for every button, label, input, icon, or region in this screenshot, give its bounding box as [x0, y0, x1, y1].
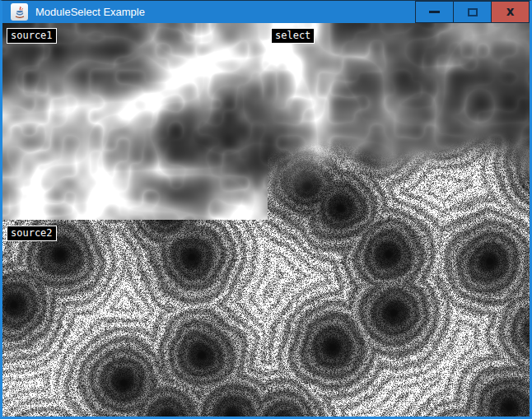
minimize-icon: [429, 11, 440, 13]
window-title: ModuleSelect Example: [35, 6, 145, 18]
maximize-icon: [468, 8, 478, 16]
java-app-icon: [11, 3, 28, 21]
minimize-button[interactable]: [415, 1, 454, 23]
window-controls: x: [416, 1, 530, 23]
title-bar[interactable]: ModuleSelect Example x: [2, 1, 530, 23]
source2-label: source2: [7, 226, 57, 241]
select-label: select: [271, 28, 315, 44]
java-coffee-cup-icon: [13, 6, 26, 19]
noise-render-canvas: [2, 23, 530, 417]
render-area: source1 select source2: [2, 23, 530, 417]
maximize-button[interactable]: [453, 1, 492, 23]
app-window: ModuleSelect Example x source1 select so…: [0, 0, 532, 419]
source1-label: source1: [7, 28, 57, 44]
close-icon: x: [506, 6, 515, 18]
close-button[interactable]: x: [491, 1, 530, 23]
